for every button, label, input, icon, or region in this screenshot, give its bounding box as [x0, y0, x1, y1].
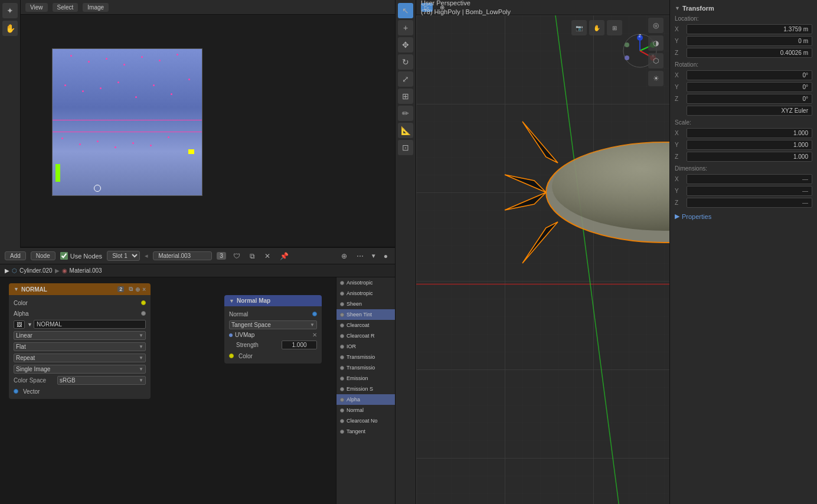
material-name: Material.003: [153, 251, 212, 260]
node-button[interactable]: Node: [31, 251, 55, 260]
image-name-field[interactable]: NORMAL: [34, 320, 146, 329]
scale-z-value[interactable]: 1.000: [687, 152, 812, 162]
location-y-value[interactable]: 0 m: [687, 36, 812, 46]
scale-y-value[interactable]: 1.000: [687, 140, 812, 150]
scale-tool-icon[interactable]: ⤢: [398, 71, 413, 87]
strength-input[interactable]: 1.000: [282, 341, 317, 349]
node-add-icon[interactable]: ⊕: [339, 251, 349, 261]
scale-x-value[interactable]: 1.000: [687, 128, 812, 138]
projection-dropdown[interactable]: Flat ▼: [14, 342, 146, 351]
rotation-x-value[interactable]: 0°: [687, 70, 812, 80]
select-header-btn[interactable]: Select: [53, 3, 79, 12]
use-nodes-checkbox[interactable]: [60, 252, 68, 260]
viewport-material-icon[interactable]: ⬡: [648, 53, 664, 68]
render-icon[interactable]: ●: [381, 251, 390, 261]
rotation-label: Rotation:: [675, 61, 812, 68]
image-header-btn[interactable]: View: [25, 3, 48, 12]
space-dropdown[interactable]: Tangent Space ▼: [229, 320, 317, 329]
color-space-dropdown[interactable]: sRGB ▼: [57, 376, 146, 385]
select-tool-icon[interactable]: ↖: [398, 3, 413, 18]
uv-dot: [171, 93, 172, 95]
scale-label: Scale:: [675, 119, 812, 126]
viewport-grid-icon[interactable]: ⊞: [607, 20, 622, 35]
rotation-z-value[interactable]: 0°: [687, 94, 812, 104]
node-shield-icon[interactable]: ×: [142, 286, 146, 293]
rotation-y-value[interactable]: 0°: [687, 82, 812, 92]
extension-dropdown[interactable]: Repeat ▼: [14, 354, 146, 362]
image-editor: ✦ ✋ View Select Image: [0, 0, 395, 248]
image-texture-node[interactable]: ▼ NORMAL 2 ⧉ ⊕ × Color: [9, 283, 151, 399]
node-db-icon[interactable]: ⊕: [135, 286, 140, 293]
rotation-z-row: Z 0°: [675, 94, 812, 104]
viewport-local-icon[interactable]: 📷: [571, 20, 587, 35]
node-row-alpha: Alpha: [9, 308, 151, 319]
add-button[interactable]: Add: [5, 251, 26, 260]
uv-dot: [132, 142, 134, 144]
normal-output-socket: [312, 312, 317, 316]
close-icon[interactable]: ✕: [262, 251, 273, 261]
shader-inputs-panel: AnisotropicAnisotropicSheenSheen TintCle…: [336, 277, 395, 504]
normalmap-node-header: ▼ Normal Map: [224, 295, 322, 306]
viewport-bg: Z Y X 📷: [416, 15, 669, 504]
shader-input-socket: [340, 430, 344, 434]
vector-input-socket: [14, 389, 18, 394]
location-x-value[interactable]: 1.3759 m: [687, 24, 812, 34]
uv-dot: [97, 140, 99, 142]
viewport-shading-icon[interactable]: ◑: [648, 35, 664, 51]
hand-icon[interactable]: ✋: [2, 21, 18, 36]
interpolation-dropdown[interactable]: Linear ▼: [14, 331, 146, 340]
copy-icon[interactable]: ⧉: [247, 251, 257, 261]
pin-icon[interactable]: 📌: [277, 251, 291, 261]
dim-y-label: Y: [675, 188, 687, 194]
measure-icon[interactable]: 📐: [398, 123, 413, 138]
uvmap-close-btn[interactable]: ✕: [312, 332, 317, 338]
dim-z-value[interactable]: —: [687, 198, 812, 208]
location-z-value[interactable]: 0.40026 m: [687, 48, 812, 58]
shader-input-row: Emission S: [336, 384, 395, 394]
viewport-overlay-icon[interactable]: ◎: [648, 18, 664, 33]
transform-tool-icon[interactable]: ⊞: [398, 89, 413, 104]
node-copy-icon[interactable]: ⧉: [129, 286, 133, 293]
rotate-tool-icon[interactable]: ↻: [398, 54, 413, 70]
dim-y-value[interactable]: —: [687, 186, 812, 196]
source-dropdown[interactable]: Single Image ▼: [14, 365, 146, 374]
cursor-icon[interactable]: ✦: [2, 3, 18, 18]
vector-label: Vector: [23, 388, 40, 395]
move-tool-icon[interactable]: ✥: [398, 37, 413, 53]
breadcrumb-mat[interactable]: Material.003: [70, 267, 102, 274]
shader-input-socket: [340, 281, 344, 285]
vector-row: Vector: [9, 386, 151, 397]
alpha-output-label: Alpha: [14, 310, 29, 317]
viewport-rendered-icon[interactable]: ☀: [648, 71, 664, 86]
transform-section: ▼ Transform Location: X 1.3759 m Y 0 m Z…: [675, 5, 812, 208]
extrude-icon[interactable]: ⊡: [398, 140, 413, 155]
transform-title: Transform: [682, 5, 714, 12]
strength-spacer: [229, 343, 234, 348]
image-header-btn2[interactable]: Image: [83, 3, 109, 12]
node-canvas: ▼ NORMAL 2 ⧉ ⊕ × Color: [0, 277, 395, 504]
shader-input-row: Clearcoat: [336, 320, 395, 330]
color-space-label: Color Space: [14, 377, 55, 384]
uv-overlay: [53, 49, 202, 195]
use-nodes-label[interactable]: Use Nodes: [60, 252, 102, 260]
app-container: ✦ ✋ View Select Image: [0, 0, 817, 504]
shield-icon[interactable]: 🛡: [231, 251, 243, 261]
annotate-icon[interactable]: ✏: [398, 106, 413, 121]
viewport-hand-icon[interactable]: ✋: [589, 20, 604, 35]
img-type-icon: 🖼: [14, 320, 25, 329]
normalmap-node-body: Normal Tangent Space ▼: [224, 306, 322, 364]
slot-select[interactable]: Slot 1: [107, 251, 140, 261]
cursor-tool-icon[interactable]: +: [398, 20, 413, 35]
shader-input-socket: [340, 345, 344, 349]
breadcrumb-obj[interactable]: Cylinder.020: [19, 267, 53, 274]
properties-link[interactable]: ▶ Properties: [675, 212, 812, 220]
node-options-icon[interactable]: ⋯: [354, 251, 366, 261]
rotation-mode-value[interactable]: XYZ Euler: [687, 106, 812, 116]
left-panel: ✦ ✋ View Select Image: [0, 0, 396, 504]
normalmap-node[interactable]: ▼ Normal Map Normal: [224, 295, 322, 364]
loc-z-label: Z: [675, 50, 687, 56]
breadcrumb: ▶ ⬡ Cylinder.020 ▶ ◉ Material.003: [0, 264, 395, 277]
transform-header[interactable]: ▼ Transform: [675, 5, 812, 12]
dim-x-value[interactable]: —: [687, 174, 812, 184]
scale-y-label: Y: [675, 142, 687, 148]
